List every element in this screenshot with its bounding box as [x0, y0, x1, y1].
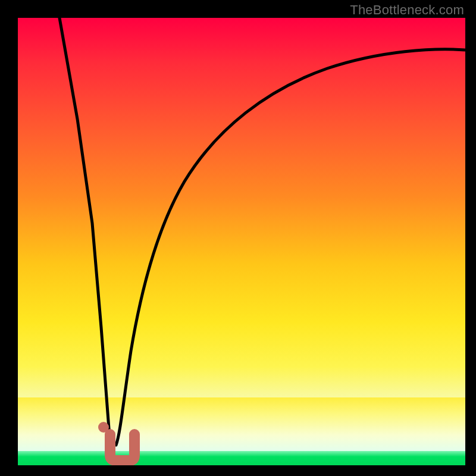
watermark-text: TheBottleneck.com — [350, 2, 464, 18]
plot-area — [18, 18, 465, 465]
curve-layer — [18, 18, 465, 465]
chart-frame: TheBottleneck.com — [0, 0, 476, 476]
curve-descending — [60, 18, 112, 446]
curve-rising — [116, 49, 465, 445]
